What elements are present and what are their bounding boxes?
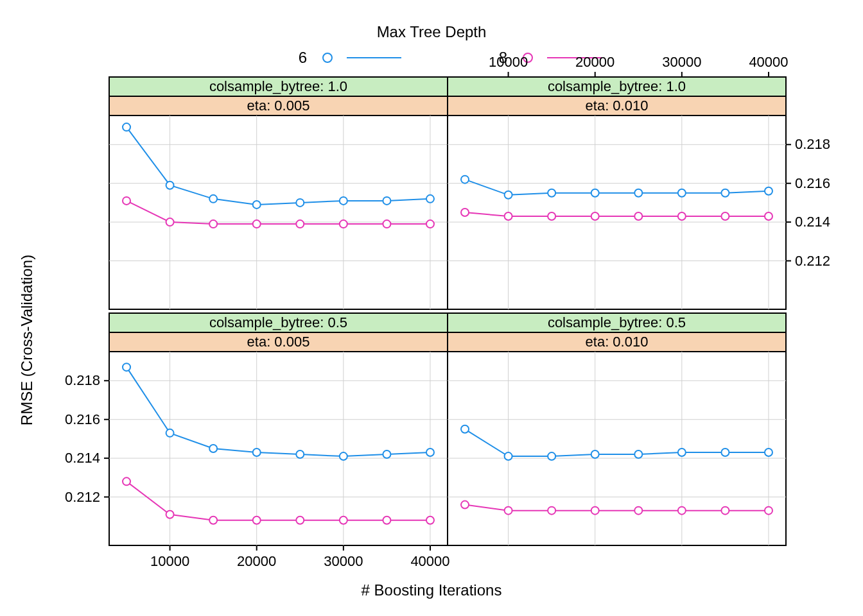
series-point-6 (166, 182, 174, 189)
series-point-6 (296, 199, 304, 207)
series-point-8 (765, 507, 772, 515)
series-point-8 (591, 507, 599, 515)
series-point-8 (548, 507, 555, 515)
x-tick-label: 10000 (489, 54, 528, 70)
strip-colsample-label: colsample_bytree: 1.0 (548, 78, 686, 94)
series-point-8 (296, 220, 304, 228)
series-point-6 (678, 189, 686, 197)
y-tick-label: 0.212 (65, 489, 100, 505)
x-tick-label: 20000 (237, 553, 276, 569)
series-point-8 (634, 507, 642, 515)
series-point-6 (461, 425, 469, 433)
series-point-8 (253, 517, 261, 524)
series-point-6 (461, 176, 469, 184)
strip-colsample-label: colsample_bytree: 0.5 (548, 314, 686, 330)
strip-colsample-label: colsample_bytree: 1.0 (209, 78, 347, 94)
series-point-8 (383, 220, 390, 228)
series-point-6 (634, 450, 642, 458)
legend-label-6: 6 (299, 49, 307, 66)
legend-marker-6 (323, 53, 332, 62)
series-point-8 (505, 212, 512, 220)
x-tick-label: 40000 (410, 553, 449, 569)
series-point-8 (548, 212, 555, 220)
x-tick-label: 20000 (575, 54, 615, 70)
series-point-8 (721, 212, 729, 220)
series-point-8 (166, 218, 174, 226)
series-point-6 (383, 450, 390, 458)
y-tick-label: 0.212 (795, 253, 830, 269)
y-axis-label: RMSE (Cross-Validation) (18, 255, 35, 425)
series-point-6 (721, 189, 729, 197)
strip-colsample-label: colsample_bytree: 0.5 (209, 314, 347, 330)
panels-group: colsample_bytree: 1.0eta: 0.005colsample… (65, 54, 830, 569)
series-point-8 (383, 517, 390, 524)
series-point-8 (253, 220, 261, 228)
series-point-6 (253, 449, 261, 456)
series-point-6 (634, 189, 642, 197)
y-tick-label: 0.218 (795, 136, 830, 152)
series-point-8 (340, 517, 347, 524)
series-point-8 (634, 212, 642, 220)
series-point-6 (340, 197, 347, 205)
series-point-6 (426, 195, 434, 203)
x-tick-label: 40000 (749, 54, 788, 70)
series-point-8 (505, 507, 512, 515)
series-point-8 (765, 212, 772, 220)
y-tick-label: 0.214 (795, 214, 830, 230)
legend-entry-6: 6 (299, 49, 401, 66)
series-point-8 (591, 212, 599, 220)
series-point-8 (123, 477, 130, 485)
series-point-6 (505, 452, 512, 460)
series-point-8 (296, 517, 304, 524)
series-point-6 (765, 187, 772, 195)
series-point-8 (426, 517, 434, 524)
series-point-8 (426, 220, 434, 228)
series-point-6 (209, 195, 217, 203)
series-point-6 (166, 429, 174, 437)
y-tick-label: 0.216 (795, 175, 830, 191)
y-tick-label: 0.218 (65, 372, 100, 388)
series-point-8 (209, 517, 217, 524)
strip-eta-label: eta: 0.010 (586, 98, 649, 114)
y-tick-label: 0.214 (65, 450, 100, 466)
series-point-8 (461, 501, 469, 509)
series-point-8 (721, 507, 729, 515)
series-point-8 (123, 197, 130, 205)
lattice-chart: Max Tree Depth 6 8 # Boosting Iterations… (13, 13, 850, 603)
panel: colsample_bytree: 1.0eta: 0.010100002000… (448, 54, 830, 309)
series-point-6 (678, 449, 686, 456)
series-point-6 (253, 201, 261, 209)
series-point-8 (678, 507, 686, 515)
strip-eta-label: eta: 0.005 (247, 334, 310, 350)
series-point-8 (166, 511, 174, 518)
series-point-6 (591, 189, 599, 197)
x-tick-label: 30000 (324, 553, 363, 569)
series-point-6 (765, 449, 772, 456)
series-point-6 (721, 449, 729, 456)
series-point-8 (461, 209, 469, 216)
series-point-6 (296, 450, 304, 458)
series-point-6 (548, 452, 555, 460)
panel: colsample_bytree: 0.5eta: 0.010 (448, 313, 786, 545)
series-point-6 (123, 363, 130, 371)
panel: colsample_bytree: 0.5eta: 0.005100002000… (65, 313, 450, 569)
series-point-6 (340, 452, 347, 460)
y-tick-label: 0.216 (65, 411, 100, 427)
series-point-6 (591, 450, 599, 458)
series-point-6 (123, 123, 130, 131)
x-tick-label: 10000 (150, 553, 189, 569)
legend-title: Max Tree Depth (377, 23, 487, 40)
series-point-6 (383, 197, 390, 205)
series-point-6 (548, 189, 555, 197)
series-point-8 (678, 212, 686, 220)
series-point-6 (505, 191, 512, 199)
x-tick-label: 30000 (662, 54, 701, 70)
series-point-8 (340, 220, 347, 228)
panel: colsample_bytree: 1.0eta: 0.005 (109, 77, 448, 309)
series-point-8 (209, 220, 217, 228)
series-point-6 (426, 449, 434, 456)
strip-eta-label: eta: 0.005 (247, 98, 310, 114)
strip-eta-label: eta: 0.010 (586, 334, 649, 350)
x-axis-label: # Boosting Iterations (362, 581, 502, 599)
series-point-6 (209, 445, 217, 452)
